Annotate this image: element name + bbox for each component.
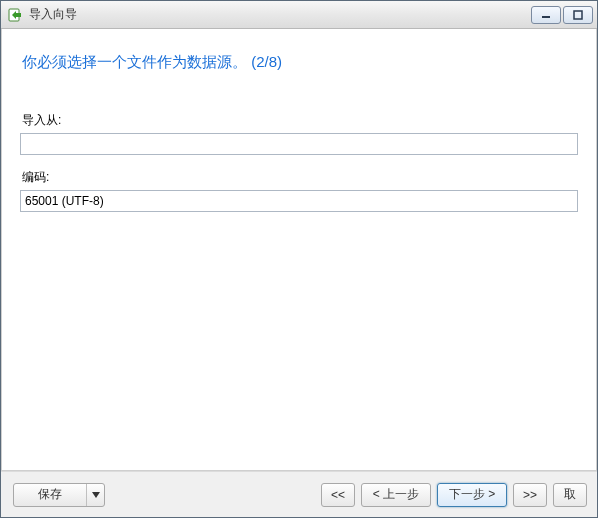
cancel-button[interactable]: 取 [553,483,587,507]
save-button-label: 保存 [14,486,86,503]
import-from-label: 导入从: [22,112,578,129]
save-dropdown-caret[interactable] [86,484,104,506]
svg-rect-1 [542,16,550,18]
next-button[interactable]: 下一步 > [437,483,507,507]
maximize-button[interactable] [563,6,593,24]
app-icon [7,7,23,23]
import-from-input[interactable] [20,133,578,155]
titlebar: 导入向导 [1,1,597,29]
footer: 保存 << < 上一步 下一步 > >> 取 [1,471,597,517]
svg-rect-2 [574,11,582,19]
save-button[interactable]: 保存 [13,483,105,507]
step-heading: 你必须选择一个文件作为数据源。 (2/8) [22,53,578,72]
encoding-value: 65001 (UTF-8) [25,194,104,208]
window-title: 导入向导 [29,6,77,23]
import-wizard-window: 导入向导 你必须选择一个文件作为数据源。 (2/8) 导入从: 编码: 6500… [0,0,598,518]
encoding-select[interactable]: 65001 (UTF-8) [20,190,578,212]
last-button[interactable]: >> [513,483,547,507]
first-button[interactable]: << [321,483,355,507]
content-area: 你必须选择一个文件作为数据源。 (2/8) 导入从: 编码: 65001 (UT… [1,29,597,471]
minimize-button[interactable] [531,6,561,24]
prev-button[interactable]: < 上一步 [361,483,431,507]
window-controls [529,6,593,24]
encoding-label: 编码: [22,169,578,186]
